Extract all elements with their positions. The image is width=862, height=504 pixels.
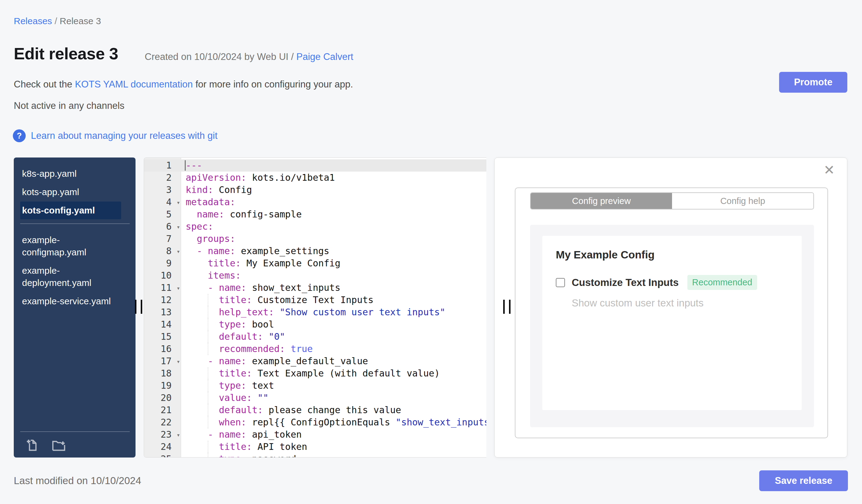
code-text: default: "0" bbox=[181, 331, 486, 343]
code-text: spec: bbox=[181, 221, 486, 233]
line-number[interactable]: 3 bbox=[144, 184, 181, 196]
editor-line-17: 17▾ - name: example_default_value bbox=[144, 355, 486, 367]
line-number[interactable]: 21 bbox=[144, 404, 181, 416]
line-number[interactable]: 19 bbox=[144, 380, 181, 392]
code-text: type: password bbox=[181, 453, 486, 457]
line-number[interactable]: 20 bbox=[144, 392, 181, 404]
editor-line-1: 1--- bbox=[144, 159, 486, 172]
code-text: - name: api_token bbox=[181, 428, 486, 441]
pane-resize-handle-right[interactable] bbox=[503, 158, 513, 457]
question-circle-icon: ? bbox=[13, 129, 26, 142]
line-number[interactable]: 15 bbox=[144, 331, 181, 343]
line-number[interactable]: 1 bbox=[144, 159, 181, 172]
new-folder-icon[interactable] bbox=[52, 438, 66, 452]
line-number[interactable]: 16 bbox=[144, 343, 181, 355]
fold-arrow-icon[interactable]: ▾ bbox=[177, 355, 180, 368]
line-number[interactable]: 8▾ bbox=[144, 245, 181, 257]
editor-line-21: 21 default: please change this value bbox=[144, 404, 486, 416]
editor-lines: 1---2apiVersion: kots.io/v1beta13kind: C… bbox=[144, 158, 486, 457]
line-number[interactable]: 7 bbox=[144, 233, 181, 245]
editor-line-5: 5 name: config-sample bbox=[144, 208, 486, 221]
customize-text-inputs-checkbox[interactable] bbox=[556, 278, 565, 287]
code-text: help_text: "Show custom user text inputs… bbox=[181, 306, 486, 318]
editor-line-4: 4▾metadata: bbox=[144, 196, 486, 208]
code-text: name: config-sample bbox=[181, 208, 486, 221]
line-number[interactable]: 10 bbox=[144, 269, 181, 282]
edit-release-page: Releases / Release 3 Edit release 3 Crea… bbox=[0, 0, 862, 504]
fold-arrow-icon[interactable]: ▾ bbox=[177, 282, 180, 294]
git-help-link[interactable]: Learn about managing your releases with … bbox=[31, 130, 218, 141]
code-text: - name: example_default_value bbox=[181, 355, 486, 367]
sidebar-file-kots-config.yaml[interactable]: kots-config.yaml bbox=[20, 201, 121, 219]
code-text: recommended: true bbox=[181, 343, 486, 355]
sidebar-actions bbox=[14, 438, 135, 452]
editor-line-24: 24 title: API token bbox=[144, 441, 486, 453]
tab-config-help[interactable]: Config help bbox=[672, 193, 813, 209]
line-number[interactable]: 18 bbox=[144, 367, 181, 380]
fold-arrow-icon[interactable]: ▾ bbox=[177, 245, 180, 257]
docs-prefix: Check out the bbox=[14, 79, 75, 90]
tab-config-preview[interactable]: Config preview bbox=[531, 193, 672, 209]
code-text: value: "" bbox=[181, 392, 486, 404]
editor-line-23: 23▾ - name: api_token bbox=[144, 428, 486, 441]
sidebar-file-example-deployment.yaml[interactable]: example-deployment.yaml bbox=[20, 262, 121, 292]
line-number[interactable]: 24 bbox=[144, 441, 181, 453]
line-number[interactable]: 11▾ bbox=[144, 282, 181, 294]
editor-line-18: 18 title: Text Example (with default val… bbox=[144, 367, 486, 380]
editor-line-25: 25 type: password bbox=[144, 453, 486, 457]
line-number[interactable]: 2 bbox=[144, 172, 181, 184]
sidebar-file-example-service.yaml[interactable]: example-service.yaml bbox=[20, 292, 121, 310]
fold-arrow-icon[interactable]: ▾ bbox=[177, 429, 180, 441]
line-number[interactable]: 23▾ bbox=[144, 428, 181, 441]
sidebar-file-kots-app.yaml[interactable]: kots-app.yaml bbox=[20, 183, 121, 201]
config-preview-panel: ✕ Config previewConfig help My Example C… bbox=[494, 158, 847, 457]
sidebar-file-example-configmap.yaml[interactable]: example-configmap.yaml bbox=[20, 231, 121, 261]
line-number[interactable]: 9 bbox=[144, 257, 181, 269]
code-text: title: API token bbox=[181, 441, 486, 453]
line-number[interactable]: 22 bbox=[144, 416, 181, 428]
fold-arrow-icon[interactable]: ▾ bbox=[177, 221, 180, 233]
page-title: Edit release 3 bbox=[14, 44, 118, 63]
editor-line-14: 14 type: bool bbox=[144, 318, 486, 331]
author-link[interactable]: Paige Calvert bbox=[297, 51, 353, 62]
breadcrumb-separator: / bbox=[52, 16, 60, 26]
editor-line-6: 6▾spec: bbox=[144, 221, 486, 233]
code-text: when: repl{{ ConfigOptionEquals "show_te… bbox=[181, 416, 486, 428]
line-number[interactable]: 6▾ bbox=[144, 221, 181, 233]
line-number[interactable]: 17▾ bbox=[144, 355, 181, 367]
kots-yaml-docs-link[interactable]: KOTS YAML documentation bbox=[75, 79, 193, 90]
docs-line: Check out the KOTS YAML documentation fo… bbox=[14, 79, 353, 90]
editor-line-7: 7 groups: bbox=[144, 233, 486, 245]
config-tabset: Config previewConfig help bbox=[530, 193, 814, 210]
pane-resize-handle-left[interactable] bbox=[135, 158, 145, 457]
docs-suffix: for more info on configuring your app. bbox=[193, 79, 353, 90]
text-cursor bbox=[185, 160, 186, 171]
editor-line-12: 12 title: Customize Text Inputs bbox=[144, 294, 486, 306]
editor-line-16: 16 recommended: true bbox=[144, 343, 486, 355]
code-text: apiVersion: kots.io/v1beta1 bbox=[181, 172, 486, 184]
file-sidebar: k8s-app.yamlkots-app.yamlkots-config.yam… bbox=[14, 158, 135, 457]
sidebar-file-list-primary: k8s-app.yamlkots-app.yamlkots-config.yam… bbox=[14, 158, 135, 219]
config-preview-card: My Example Config Customize Text Inputs … bbox=[543, 236, 802, 410]
fold-arrow-icon[interactable]: ▾ bbox=[177, 196, 180, 209]
sidebar-file-k8s-app.yaml[interactable]: k8s-app.yaml bbox=[20, 165, 121, 183]
yaml-code-editor[interactable]: 1---2apiVersion: kots.io/v1beta13kind: C… bbox=[144, 158, 486, 457]
editor-line-20: 20 value: "" bbox=[144, 392, 486, 404]
line-number[interactable]: 5 bbox=[144, 208, 181, 221]
config-preview-region: My Example Config Customize Text Inputs … bbox=[530, 225, 814, 427]
editor-line-8: 8▾ - name: example_settings bbox=[144, 245, 486, 257]
promote-button[interactable]: Promote bbox=[779, 72, 847, 93]
git-help-row: ? Learn about managing your releases wit… bbox=[13, 129, 218, 142]
line-number[interactable]: 4▾ bbox=[144, 196, 181, 208]
line-number[interactable]: 12 bbox=[144, 294, 181, 306]
save-release-button[interactable]: Save release bbox=[759, 470, 848, 491]
line-number[interactable]: 14 bbox=[144, 318, 181, 331]
new-file-icon[interactable] bbox=[25, 438, 39, 452]
breadcrumb-releases-link[interactable]: Releases bbox=[14, 16, 52, 26]
sidebar-bottom bbox=[14, 427, 135, 457]
line-number[interactable]: 25 bbox=[144, 453, 181, 457]
line-number[interactable]: 13 bbox=[144, 306, 181, 318]
close-icon[interactable]: ✕ bbox=[823, 163, 835, 177]
sidebar-file-list-secondary: example-configmap.yamlexample-deployment… bbox=[14, 231, 135, 310]
code-text: title: Customize Text Inputs bbox=[181, 294, 486, 306]
